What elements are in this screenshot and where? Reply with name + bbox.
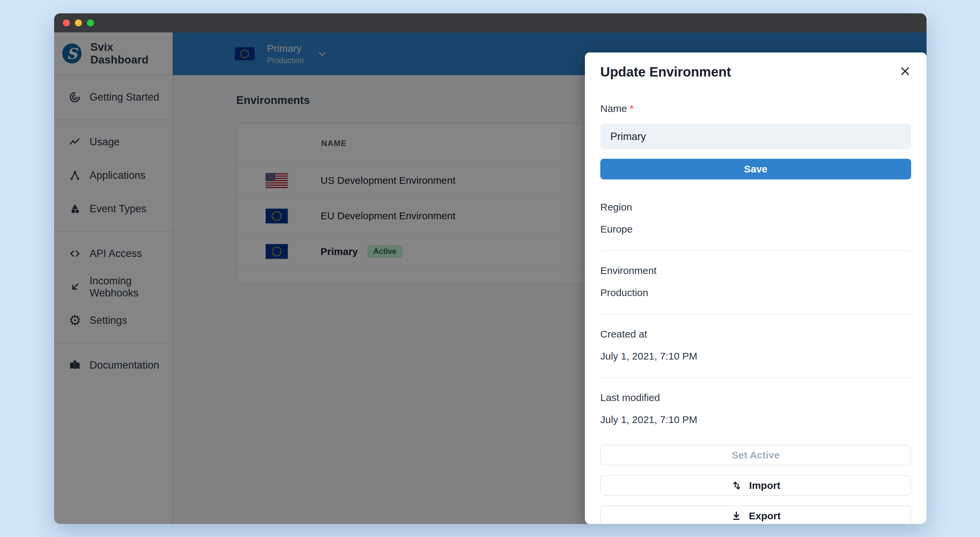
window-titlebar xyxy=(54,13,926,32)
minimize-window-button[interactable] xyxy=(75,19,82,26)
import-button-label: Import xyxy=(749,480,780,491)
export-button[interactable]: Export xyxy=(600,505,911,524)
export-download-icon xyxy=(731,510,742,522)
import-arrows-icon xyxy=(731,480,742,491)
region-field: Region Europe xyxy=(600,187,911,250)
set-active-button[interactable]: Set Active xyxy=(600,445,911,466)
environment-field: Environment Production xyxy=(600,250,911,314)
export-button-label: Export xyxy=(749,510,780,522)
region-label: Region xyxy=(600,202,911,213)
last-modified-value: July 1, 2021, 7:10 PM xyxy=(600,414,911,426)
created-at-field: Created at July 1, 2021, 7:10 PM xyxy=(600,314,911,377)
modal-header: Update Environment xyxy=(585,52,926,79)
region-value: Europe xyxy=(600,224,911,235)
modal-body: Name* Save Region Europe Environment Pro… xyxy=(585,79,926,524)
modal-actions: Set Active Import Export xyxy=(600,445,911,524)
update-environment-modal: Update Environment Name* Save Region Eur… xyxy=(585,52,926,524)
traffic-lights xyxy=(63,19,94,26)
info-fields: Region Europe Environment Production Cre… xyxy=(600,187,911,441)
last-modified-label: Last modified xyxy=(600,392,911,404)
created-at-value: July 1, 2021, 7:10 PM xyxy=(600,351,911,362)
app-body: S Svix Dashboard Getting Started xyxy=(54,32,926,524)
zoom-window-button[interactable] xyxy=(87,19,94,26)
app-window: S Svix Dashboard Getting Started xyxy=(54,13,926,524)
environment-value: Production xyxy=(600,287,911,299)
last-modified-field: Last modified July 1, 2021, 7:10 PM xyxy=(600,377,911,441)
created-at-label: Created at xyxy=(600,329,911,340)
name-input[interactable] xyxy=(600,124,911,149)
import-button[interactable]: Import xyxy=(600,475,911,496)
required-asterisk: * xyxy=(630,103,634,114)
name-field-label-row: Name* xyxy=(600,103,911,114)
save-button[interactable]: Save xyxy=(600,159,911,180)
close-icon[interactable] xyxy=(896,62,915,81)
name-field-label: Name xyxy=(600,103,627,114)
modal-title: Update Environment xyxy=(600,65,912,79)
close-window-button[interactable] xyxy=(63,19,70,26)
environment-label: Environment xyxy=(600,265,911,276)
